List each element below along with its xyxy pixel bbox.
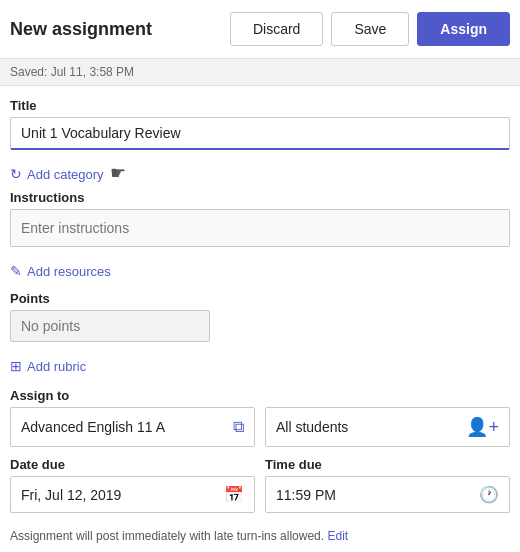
assign-to-row: Advanced English 11 A ⧉ All students 👤+: [10, 407, 510, 447]
page-title: New assignment: [10, 19, 222, 40]
add-category-button[interactable]: ↻ Add category: [10, 166, 104, 182]
info-text: Assignment will post immediately with la…: [10, 529, 324, 543]
resources-icon: ✎: [10, 263, 22, 279]
date-due-picker[interactable]: Fri, Jul 12, 2019 📅: [10, 476, 255, 513]
assign-to-section: Assign to Advanced English 11 A ⧉ All st…: [10, 388, 510, 447]
title-input[interactable]: [10, 117, 510, 150]
date-time-row: Date due Fri, Jul 12, 2019 📅 Time due 11…: [10, 457, 510, 513]
info-bar: Assignment will post immediately with la…: [0, 521, 520, 547]
saved-status-text: Saved: Jul 11, 3:58 PM: [10, 65, 134, 79]
add-resources-label: Add resources: [27, 264, 111, 279]
rubric-icon: ⊞: [10, 358, 22, 374]
assign-to-label: Assign to: [10, 388, 510, 403]
date-due-section: Date due Fri, Jul 12, 2019 📅: [10, 457, 255, 513]
calendar-icon: 📅: [224, 485, 244, 504]
add-rubric-button[interactable]: ⊞ Add rubric: [10, 358, 86, 374]
add-student-icon: 👤+: [466, 416, 499, 438]
add-rubric-label: Add rubric: [27, 359, 86, 374]
instructions-section: Instructions: [10, 190, 510, 247]
time-due-value: 11:59 PM: [276, 487, 336, 503]
class-value: Advanced English 11 A: [21, 419, 165, 435]
time-due-section: Time due 11:59 PM 🕐: [265, 457, 510, 513]
cursor-icon: ☛: [110, 162, 126, 184]
discard-button[interactable]: Discard: [230, 12, 323, 46]
clock-icon: 🕐: [479, 485, 499, 504]
points-label: Points: [10, 291, 510, 306]
saved-status-bar: Saved: Jul 11, 3:58 PM: [0, 59, 520, 86]
time-due-picker[interactable]: 11:59 PM 🕐: [265, 476, 510, 513]
form-body: Title ↻ Add category ☛ Instructions ✎ Ad…: [0, 86, 520, 521]
edit-link[interactable]: Edit: [327, 529, 348, 543]
students-value: All students: [276, 419, 348, 435]
date-due-label: Date due: [10, 457, 255, 472]
points-section: Points: [10, 291, 510, 342]
assign-button[interactable]: Assign: [417, 12, 510, 46]
time-due-label: Time due: [265, 457, 510, 472]
students-selector[interactable]: All students 👤+: [265, 407, 510, 447]
class-selector[interactable]: Advanced English 11 A ⧉: [10, 407, 255, 447]
points-input[interactable]: [10, 310, 210, 342]
copy-icon: ⧉: [233, 418, 244, 436]
title-label: Title: [10, 98, 510, 113]
instructions-input[interactable]: [10, 209, 510, 247]
date-due-value: Fri, Jul 12, 2019: [21, 487, 121, 503]
title-section: Title: [10, 98, 510, 150]
category-icon: ↻: [10, 166, 22, 182]
save-button[interactable]: Save: [331, 12, 409, 46]
add-category-label: Add category: [27, 167, 104, 182]
add-resources-button[interactable]: ✎ Add resources: [10, 263, 111, 279]
header: New assignment Discard Save Assign: [0, 0, 520, 59]
instructions-label: Instructions: [10, 190, 510, 205]
